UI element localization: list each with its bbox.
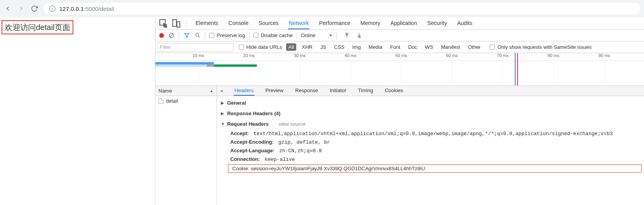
name-column-header[interactable]: Name▲ <box>155 86 217 96</box>
address-bar[interactable]: i 127.0.0.1:5000/detail <box>44 3 640 14</box>
detail-tab-timing[interactable]: Timing <box>357 86 374 96</box>
header-row: Connection: keep-alive <box>217 155 644 164</box>
devtools-panel: ElementsConsoleSourcesNetworkPerformance… <box>155 17 644 205</box>
site-info-icon[interactable]: i <box>49 5 55 12</box>
filter-type-other[interactable]: Other <box>466 43 483 51</box>
svg-rect-2 <box>177 21 180 27</box>
url-text: 127.0.0.1:5000/detail <box>59 5 114 12</box>
throttling-select[interactable]: Online▼ <box>301 32 333 38</box>
header-row: Accept-Encoding: gzip, deflate, br <box>217 138 644 146</box>
svg-line-4 <box>170 34 173 37</box>
devtools-tab-elements[interactable]: Elements <box>195 18 219 29</box>
preserve-log-checkbox[interactable]: Preserve log <box>209 32 245 38</box>
filter-type-media[interactable]: Media <box>366 43 384 51</box>
forward-icon[interactable] <box>17 5 25 12</box>
filter-type-manifest[interactable]: Manifest <box>439 43 463 51</box>
record-icon[interactable] <box>159 33 164 38</box>
devtools-tab-audits[interactable]: Audits <box>456 18 473 29</box>
devtools-tab-network[interactable]: Network <box>288 18 310 29</box>
devtools-tabbar: ElementsConsoleSourcesNetworkPerformance… <box>155 17 644 30</box>
section-response-headers[interactable]: ▶Response Headers (4) <box>217 108 644 119</box>
browser-toolbar: i 127.0.0.1:5000/detail <box>0 0 644 17</box>
samesite-checkbox[interactable]: Only show requests with SameSite issues <box>490 44 591 50</box>
timeline-tick: 90 ms <box>598 53 610 58</box>
detail-tab-initiator[interactable]: Initiator <box>329 86 347 96</box>
timeline-tick: 60 ms <box>446 53 458 58</box>
header-row-cookie: Cookie: session=eyJuYW1lIjoiamFjayJ9.Xv3… <box>228 164 642 173</box>
filter-icon[interactable] <box>183 32 190 39</box>
filter-type-css[interactable]: CSS <box>332 43 347 51</box>
filter-input[interactable]: Filter <box>157 43 233 52</box>
filter-row: Filter Hide data URLs AllXHRJSCSSImgMedi… <box>155 41 644 53</box>
svg-line-7 <box>198 36 199 37</box>
svg-marker-5 <box>184 34 189 37</box>
section-request-headers[interactable]: ▼Request Headersview source <box>217 119 644 129</box>
hide-data-urls-checkbox[interactable]: Hide data URLs <box>239 44 282 50</box>
header-row: Accept: text/html,application/xhtml+xml,… <box>217 129 644 138</box>
filter-type-js[interactable]: JS <box>318 43 329 51</box>
back-icon[interactable] <box>4 5 12 12</box>
close-icon[interactable]: × <box>220 87 226 94</box>
inspect-icon[interactable] <box>158 18 169 29</box>
detail-tab-preview[interactable]: Preview <box>265 86 284 96</box>
headers-sections[interactable]: ▶General ▶Response Headers (4) ▼Request … <box>217 96 644 205</box>
request-name: detail <box>166 98 178 104</box>
devtools-tab-security[interactable]: Security <box>427 18 448 29</box>
welcome-text: 欢迎访问detail页面 <box>2 20 73 34</box>
device-toggle-icon[interactable] <box>171 18 181 29</box>
filter-type-doc[interactable]: Doc <box>406 43 420 51</box>
devtools-tab-memory[interactable]: Memory <box>360 18 381 29</box>
clear-icon[interactable] <box>168 32 175 39</box>
timeline-tick: 10 ms <box>192 53 204 58</box>
filter-type-ws[interactable]: WS <box>423 43 436 51</box>
disable-cache-checkbox[interactable]: Disable cache <box>253 32 293 38</box>
network-toolbar: Preserve log Disable cache Online▼ <box>155 30 644 41</box>
timeline-tick: 80 ms <box>548 53 559 58</box>
filter-type-font[interactable]: Font <box>388 43 403 51</box>
view-source-link[interactable]: view source <box>279 121 306 127</box>
request-list: Name▲ detail <box>155 86 217 205</box>
svg-rect-1 <box>173 20 176 26</box>
devtools-tab-performance[interactable]: Performance <box>318 18 351 29</box>
file-icon <box>158 98 164 104</box>
filter-type-xhr[interactable]: XHR <box>299 43 315 51</box>
request-detail: × HeadersPreviewResponseInitiatorTimingC… <box>217 86 644 205</box>
detail-tab-headers[interactable]: Headers <box>234 86 254 96</box>
detail-tab-response[interactable]: Response <box>294 86 319 96</box>
filter-type-all[interactable]: All <box>286 43 296 51</box>
devtools-tab-application[interactable]: Application <box>390 18 418 29</box>
timeline-tick: 50 ms <box>395 53 407 58</box>
page-viewport: 欢迎访问detail页面 <box>0 17 155 205</box>
detail-tab-cookies[interactable]: Cookies <box>384 86 404 96</box>
detail-tabbar: × HeadersPreviewResponseInitiatorTimingC… <box>217 86 644 96</box>
timeline-tick: 30 ms <box>294 53 306 58</box>
timeline-tick: 70 ms <box>497 53 509 58</box>
header-row: Accept-Language: zh-CN,zh;q=0.9 <box>217 146 644 155</box>
request-row[interactable]: detail <box>155 96 217 105</box>
svg-point-6 <box>196 34 199 37</box>
reload-icon[interactable] <box>30 5 38 12</box>
section-general[interactable]: ▶General <box>217 98 644 108</box>
search-icon[interactable] <box>194 32 201 39</box>
devtools-tab-sources[interactable]: Sources <box>258 18 279 29</box>
timeline-tick: 20 ms <box>243 53 255 58</box>
download-har-icon[interactable] <box>356 32 363 39</box>
timeline[interactable]: 10 ms20 ms30 ms40 ms50 ms60 ms70 ms80 ms… <box>155 53 644 86</box>
upload-har-icon[interactable] <box>343 32 350 39</box>
devtools-tab-console[interactable]: Console <box>228 18 249 29</box>
timeline-tick: 40 ms <box>345 53 356 58</box>
filter-type-img[interactable]: Img <box>350 43 363 51</box>
